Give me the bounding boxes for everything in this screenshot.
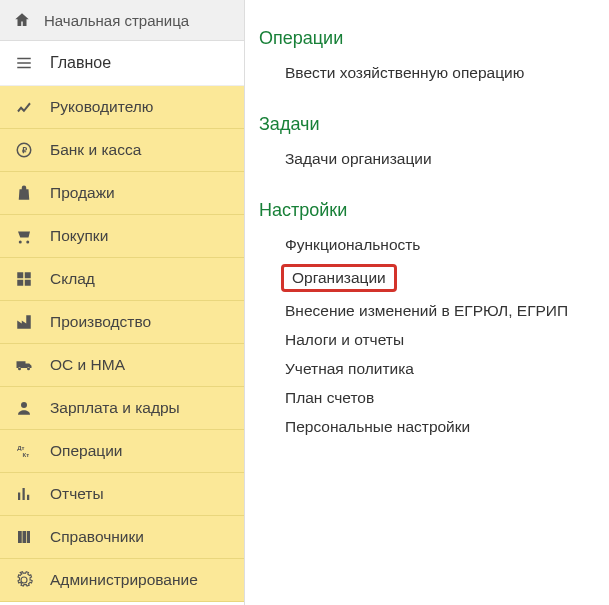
section-title: Настройки [259,200,609,221]
nav-list: Руководителю₽Банк и кассаПродажиПокупкиС… [0,86,244,602]
section-0: ОперацииВвести хозяйственную операцию [259,28,609,92]
trending-up-icon [14,97,34,117]
section-items: Задачи организации [259,149,609,178]
section-title: Операции [259,28,609,49]
sidebar-item-1[interactable]: ₽Банк и касса [0,129,244,172]
content-panel: ОперацииВвести хозяйственную операциюЗад… [245,0,609,605]
section-2: НастройкиФункциональностьОрганизацииВнес… [259,200,609,446]
grid-icon [14,269,34,289]
sidebar-item-3[interactable]: Покупки [0,215,244,258]
sidebar-item-7[interactable]: Зарплата и кадры [0,387,244,430]
debit-credit-icon: ДтКт [14,441,34,461]
main-label: Главное [50,54,111,72]
sidebar-item-2[interactable]: Продажи [0,172,244,215]
section-link[interactable]: Налоги и отчеты [281,330,408,350]
section-link[interactable]: Ввести хозяйственную операцию [281,63,528,83]
sidebar-item-9[interactable]: Отчеты [0,473,244,516]
sidebar-item-5[interactable]: Производство [0,301,244,344]
sidebar-item-label: Зарплата и кадры [50,399,180,417]
sidebar-item-label: Производство [50,313,151,331]
sidebar-item-label: Руководителю [50,98,153,116]
svg-text:Дт: Дт [17,445,24,451]
section-link[interactable]: План счетов [281,388,378,408]
svg-text:Кт: Кт [23,452,30,458]
sidebar-item-4[interactable]: Склад [0,258,244,301]
section-link[interactable]: Персональные настройки [281,417,474,437]
factory-icon [14,312,34,332]
home-link[interactable]: Начальная страница [0,0,244,41]
truck-icon [14,355,34,375]
section-link[interactable]: Учетная политика [281,359,418,379]
bar-chart-icon [14,484,34,504]
sidebar-item-label: Продажи [50,184,115,202]
sidebar-item-11[interactable]: Администрирование [0,559,244,602]
gear-icon [14,570,34,590]
sidebar-item-label: Справочники [50,528,144,546]
sidebar-item-label: Администрирование [50,571,198,589]
home-label: Начальная страница [44,12,189,29]
books-icon [14,527,34,547]
menu-icon [14,53,34,73]
home-icon [12,10,32,30]
person-icon [14,398,34,418]
section-title: Задачи [259,114,609,135]
bag-icon [14,183,34,203]
section-link[interactable]: Задачи организации [281,149,436,169]
section-link[interactable]: Функциональность [281,235,424,255]
sidebar-item-label: Банк и касса [50,141,141,159]
svg-point-2 [21,402,27,408]
section-link[interactable]: Внесение изменений в ЕГРЮЛ, ЕГРИП [281,301,572,321]
section-1: ЗадачиЗадачи организации [259,114,609,178]
sidebar-item-label: ОС и НМА [50,356,125,374]
sidebar: Начальная страница Главное Руководителю₽… [0,0,245,605]
sidebar-item-label: Операции [50,442,123,460]
section-link[interactable]: Организации [281,264,397,292]
sidebar-item-0[interactable]: Руководителю [0,86,244,129]
section-items: ФункциональностьОрганизацииВнесение изме… [259,235,609,446]
section-items: Ввести хозяйственную операцию [259,63,609,92]
svg-text:₽: ₽ [22,146,27,155]
sidebar-item-6[interactable]: ОС и НМА [0,344,244,387]
ruble-icon: ₽ [14,140,34,160]
cart-icon [14,226,34,246]
sidebar-item-label: Склад [50,270,95,288]
sidebar-item-10[interactable]: Справочники [0,516,244,559]
sidebar-item-label: Отчеты [50,485,104,503]
sidebar-item-label: Покупки [50,227,108,245]
main-link[interactable]: Главное [0,41,244,86]
sidebar-item-8[interactable]: ДтКтОперации [0,430,244,473]
